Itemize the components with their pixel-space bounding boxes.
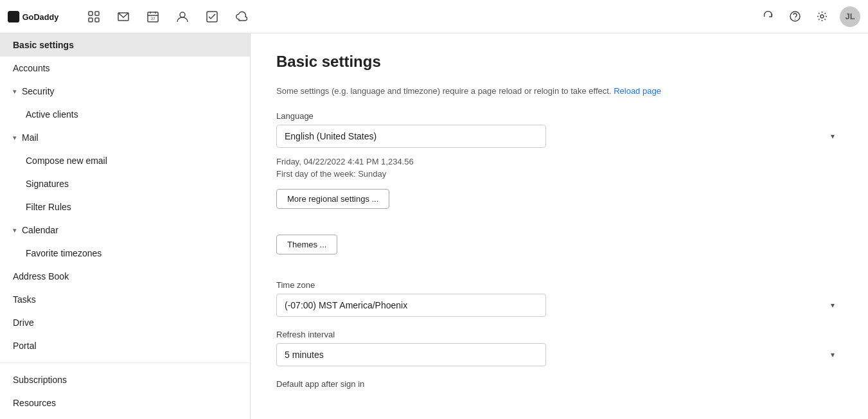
sidebar-item-label: Subscriptions [13, 375, 67, 385]
svg-text:GoDaddy: GoDaddy [22, 12, 59, 22]
sidebar-item-portal[interactable]: Portal [0, 334, 250, 357]
refresh-label: Refresh interval [276, 330, 842, 339]
svg-rect-2 [89, 12, 93, 15]
language-section: Language English (United States) English… [276, 111, 842, 222]
svg-rect-0 [8, 10, 19, 22]
sidebar-item-favorite-timezones[interactable]: Favorite timezones [0, 242, 250, 265]
svg-point-12 [180, 12, 185, 17]
logo[interactable]: GoDaddy [8, 8, 72, 26]
sidebar-item-tasks[interactable]: Tasks [0, 288, 250, 311]
sidebar-item-label: Filter Rules [26, 202, 71, 212]
timezone-section: Time zone (-07:00) MST America/Phoenix (… [276, 280, 842, 317]
language-label: Language [276, 111, 842, 121]
sidebar-item-security[interactable]: ▾ Security [0, 80, 250, 103]
sidebar-item-label: Signatures [26, 179, 69, 189]
sidebar-item-mail[interactable]: ▾ Mail [0, 126, 250, 149]
svg-point-16 [820, 15, 824, 18]
help-icon[interactable] [786, 8, 804, 26]
info-text: Some settings (e.g. language and timezon… [276, 86, 842, 96]
refresh-select-wrapper: 1 minute 5 minutes 10 minutes 15 minutes… [276, 343, 842, 366]
refresh-dropdown-arrow: ▾ [831, 350, 835, 359]
reload-page-link[interactable]: Reload page [614, 86, 661, 96]
sidebar-item-label: Resources [13, 398, 56, 408]
svg-text:27: 27 [151, 17, 155, 21]
sidebar-item-subscriptions[interactable]: Subscriptions [0, 368, 250, 391]
sidebar-item-label: Calendar [22, 225, 58, 235]
sidebar-item-label: Security [22, 86, 55, 96]
chevron-down-icon: ▾ [13, 226, 17, 235]
sidebar-item-calendar[interactable]: ▾ Calendar [0, 218, 250, 242]
timezone-label: Time zone [276, 280, 842, 290]
sidebar-item-label: Basic settings [13, 40, 74, 50]
sidebar-item-label: Favorite timezones [26, 248, 102, 258]
sidebar-item-label: Portal [13, 341, 37, 351]
calendar-icon[interactable]: 27 [144, 8, 162, 26]
avatar[interactable]: JL [840, 6, 860, 27]
sidebar-item-active-clients[interactable]: Active clients [0, 103, 250, 126]
topbar: GoDaddy 27 [0, 0, 868, 33]
sidebar-item-basic-settings[interactable]: Basic settings [0, 33, 250, 57]
sidebar-item-label: Address Book [13, 271, 69, 281]
settings-icon[interactable] [813, 8, 831, 26]
refresh-icon[interactable] [759, 8, 777, 26]
main-area: Basic settings Accounts ▾ Security Activ… [0, 33, 868, 419]
sidebar-item-accounts[interactable]: Accounts [0, 57, 250, 80]
topbar-right: JL [759, 6, 860, 27]
sidebar-item-resources[interactable]: Resources [0, 391, 250, 415]
sidebar-item-signatures[interactable]: Signatures [0, 172, 250, 195]
sidebar-item-label: Compose new email [26, 156, 107, 166]
timezone-select-wrapper: (-07:00) MST America/Phoenix (-08:00) PS… [276, 294, 842, 317]
chevron-down-icon: ▾ [13, 87, 17, 96]
cloud-icon[interactable] [233, 8, 251, 26]
content-area: Basic settings Some settings (e.g. langu… [251, 33, 868, 419]
language-select[interactable]: English (United States) English (UK) Spa… [276, 125, 546, 148]
sidebar-item-label: Drive [13, 317, 34, 328]
sidebar-item-label: Tasks [13, 294, 36, 305]
svg-rect-5 [95, 18, 99, 22]
chevron-down-icon: ▾ [13, 134, 17, 142]
svg-rect-3 [95, 12, 99, 15]
page-title: Basic settings [276, 53, 842, 71]
sidebar: Basic settings Accounts ▾ Security Activ… [0, 33, 251, 419]
sidebar-item-address-book[interactable]: Address Book [0, 265, 250, 288]
sidebar-item-drive[interactable]: Drive [0, 311, 250, 334]
sidebar-divider [0, 362, 250, 363]
grid-icon[interactable] [85, 8, 103, 26]
refresh-select[interactable]: 1 minute 5 minutes 10 minutes 15 minutes… [276, 343, 546, 366]
language-dropdown-arrow: ▾ [831, 132, 835, 141]
timezone-select[interactable]: (-07:00) MST America/Phoenix (-08:00) PS… [276, 294, 546, 317]
check-square-icon[interactable] [203, 8, 221, 26]
sidebar-item-label: Accounts [13, 63, 50, 73]
date-preview: Friday, 04/22/2022 4:41 PM 1,234.56 [276, 157, 842, 166]
person-icon[interactable] [173, 8, 191, 26]
mail-icon[interactable] [114, 8, 132, 26]
week-preview: First day of the week: Sunday [276, 169, 842, 179]
themes-section: Themes ... [276, 235, 842, 267]
more-regional-settings-button[interactable]: More regional settings ... [276, 189, 389, 209]
sidebar-item-compose-new-email[interactable]: Compose new email [0, 149, 250, 172]
sidebar-item-label: Mail [22, 132, 39, 143]
sidebar-item-filter-rules[interactable]: Filter Rules [0, 195, 250, 218]
svg-rect-4 [89, 18, 93, 22]
default-app-label: Default app after sign in [276, 379, 842, 389]
topbar-nav-icons: 27 [85, 8, 251, 26]
timezone-dropdown-arrow: ▾ [831, 301, 835, 310]
refresh-section: Refresh interval 1 minute 5 minutes 10 m… [276, 330, 842, 366]
sidebar-item-label: Active clients [26, 109, 78, 120]
svg-point-15 [794, 19, 795, 20]
themes-button[interactable]: Themes ... [276, 235, 337, 254]
language-select-wrapper: English (United States) English (UK) Spa… [276, 125, 842, 148]
